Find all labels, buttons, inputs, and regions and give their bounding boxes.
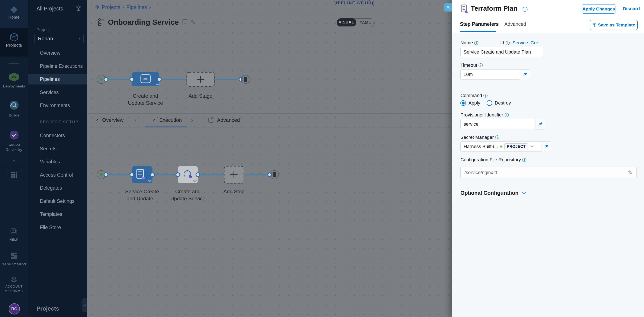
nav-item-deployments[interactable]: ∞ Deployments [0,72,28,89]
step1-label[interactable]: Service Createand Update... [125,188,159,202]
add-stage-label[interactable]: Add Stage [188,92,212,100]
radio-destroy[interactable] [487,100,492,106]
tab-overview[interactable]: ✓ Overview [95,117,124,123]
info-icon[interactable]: ⓘ [478,63,483,68]
active-tab-underline [460,31,496,32]
config-repo-label: Configuration File Repository ⓘ [460,157,526,163]
config-repo-field[interactable]: /service/nginx.tf ✎ [460,167,636,178]
tab-step-parameters[interactable]: Step Parameters [460,21,499,27]
port [104,173,108,177]
nav-item-projects[interactable]: Projects [0,28,28,56]
provisioner-pin-button[interactable] [536,119,545,130]
info-icon[interactable]: ⓘ [522,6,528,13]
info-icon[interactable]: ⓘ [484,93,488,98]
project-setup-label: PROJECT SETUP [40,120,78,124]
info-icon[interactable]: ⓘ [506,40,510,45]
port [130,173,134,177]
id-value[interactable]: : Service_Cre... [510,40,542,46]
step-node-terraform-apply[interactable]: </> [178,166,198,183]
step2-label[interactable]: Create andUpdate Service [170,188,205,202]
add-stage-node[interactable] [187,72,214,86]
timeout-pin-button[interactable] [520,69,530,80]
stage-tabs-bar: ✓ Overview › ✓ Execution › ⚙ Advanced [87,113,452,128]
info-icon[interactable]: ⓘ [474,40,478,45]
drawer-title: Terraform Plan [471,5,517,12]
tab-advanced[interactable]: ⚙ Advanced [208,117,240,123]
secret-manager-select[interactable]: Harness Built-i... PROJECT [460,142,542,152]
radio-apply[interactable] [460,100,466,106]
code-icon: </> [156,82,160,86]
provisioner-label: Provisioner Identifier ⓘ [460,112,509,118]
optional-configuration-toggle[interactable]: Optional Configuration [460,190,526,196]
info-icon[interactable]: ⓘ [495,135,500,140]
secret-manager-pin-button[interactable] [542,142,551,152]
sidebar-divider [31,18,84,18]
info-icon[interactable]: ⓘ [504,113,509,117]
nav-item-account-settings[interactable]: ⚙ ACCOUNTSETTINGS [0,276,28,294]
tab-advanced[interactable]: Advanced [504,21,526,27]
add-step-label[interactable]: Add Step [224,188,244,195]
radio-apply-label[interactable]: Apply [468,100,480,106]
project-sidebar: All Projects Project Rohan › Overview Pi… [28,0,87,317]
timeout-label: Timeout ⓘ [460,62,483,68]
nav-item-dashboards[interactable]: DASHBOARDS [0,252,28,267]
nav-item-help[interactable]: ? HELP [0,228,28,242]
sidebar-item-variables[interactable]: Variables [40,159,60,165]
sidebar-item-connectors[interactable]: Connectors [40,133,65,138]
sidebar-item-pipelines[interactable]: Pipelines [40,76,60,82]
sidebar-item-secrets[interactable]: Secrets [40,146,56,152]
module-grid-icon[interactable] [7,170,21,180]
pin-icon [538,122,543,127]
cube-icon[interactable] [75,5,82,12]
step-node-terraform-plan-selected[interactable]: </> [132,166,152,183]
name-input[interactable] [460,47,544,57]
stage-label[interactable]: Create andUpdate Service [128,92,163,106]
edit-pencil-icon[interactable]: ✎ [628,170,632,176]
chevron-right-icon: › [78,36,80,42]
add-step-node[interactable] [224,166,244,183]
timeout-input[interactable] [460,69,520,80]
discard-button[interactable]: Discard [623,6,640,12]
code-icon: </> [143,77,148,81]
project-label: Project [36,27,50,32]
sidebar-item-delegates[interactable]: Delegates [40,185,62,191]
apply-changes-button[interactable]: Apply Changes [582,4,616,14]
nav-item-home[interactable]: ❖ Home [0,0,28,28]
nav-divider [0,166,28,166]
sidebar-collapse-handle[interactable]: ◀ [82,298,87,312]
status-dot [500,146,502,148]
nav-item-service-reliability[interactable]: ServiceReliability [0,130,28,152]
code-icon: </> [193,179,197,182]
info-icon[interactable]: ⓘ [522,158,526,162]
pin-icon [523,72,528,77]
projects-cube-icon [9,32,19,42]
sidebar-item-file-store[interactable]: File Store [40,225,61,230]
provisioner-input[interactable] [460,119,536,129]
sidebar-item-pipeline-executions[interactable]: Pipeline Executions [40,63,83,69]
save-as-template-button[interactable]: Save as Template [590,20,638,30]
tab-execution[interactable]: ✓ Execution [152,117,182,123]
deployments-icon: ∞ [9,72,19,82]
port [130,78,134,81]
sidebar-item-default-settings[interactable]: Default Settings [40,198,74,204]
sidebar-item-services[interactable]: Services [40,90,59,95]
stage-node-create-update-service[interactable]: </> </> [132,72,160,86]
close-drawer-button[interactable]: ✕ [444,4,452,12]
user-avatar[interactable]: RG [9,303,20,314]
svg-text:⚙: ⚙ [211,117,214,120]
check-icon: ✓ [95,117,99,123]
upload-icon [592,23,596,27]
all-projects-link[interactable]: All Projects [36,6,63,12]
nav-item-builds[interactable]: Builds [0,100,28,118]
nav-collapse-chevron-icon[interactable]: ▼ [0,158,28,163]
sidebar-item-templates[interactable]: Templates [40,212,62,217]
radio-destroy-label[interactable]: Destroy [495,100,511,106]
sidebar-item-environments[interactable]: Environments [40,102,70,108]
sidebar-item-overview[interactable]: Overview [40,50,60,56]
advanced-gear-icon: ⚙ [208,117,214,123]
home-icon: ❖ [0,5,28,15]
project-selector[interactable]: Rohan › [34,34,84,43]
port [150,173,154,177]
sidebar-item-access-control[interactable]: Access Control [40,172,73,178]
scope-badge: PROJECT [504,143,528,150]
